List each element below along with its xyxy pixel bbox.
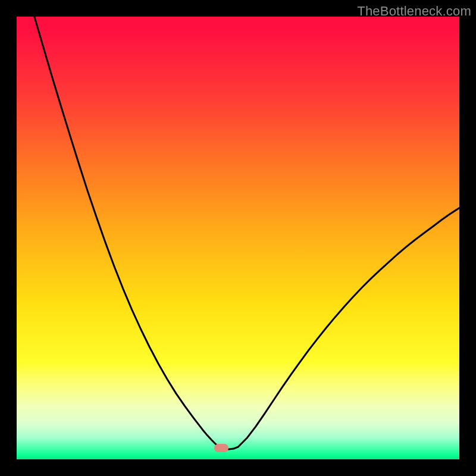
optimal-point-marker (214, 444, 228, 452)
watermark-text: TheBottleneck.com (357, 4, 471, 19)
bottleneck-curve (17, 17, 459, 459)
chart-stage: TheBottleneck.com (0, 0, 476, 476)
plot-area (17, 17, 459, 459)
